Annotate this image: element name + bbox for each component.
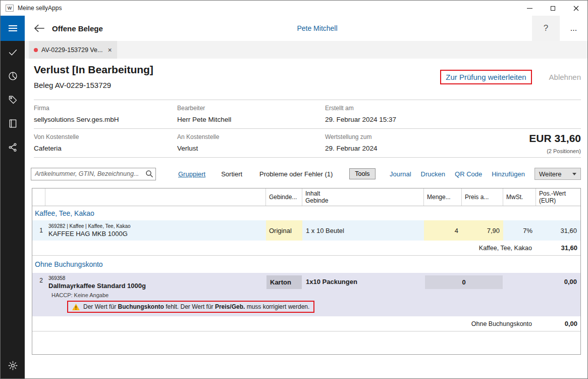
back-button[interactable] [32, 24, 47, 33]
maximize-icon [551, 6, 555, 11]
field-erstellt-am: Erstellt am 29. Februar 2024 15:37 [325, 105, 581, 123]
minimize-button[interactable] [518, 1, 541, 16]
document-number: Beleg AV-0229-153729 [34, 81, 111, 89]
pie-chart-icon [8, 71, 18, 81]
gear-icon [8, 360, 18, 371]
list-toolbar: Gruppiert Sortiert Probleme oder Fehler … [31, 167, 581, 181]
search-box [31, 168, 156, 180]
drucken-link[interactable]: Drucken [421, 170, 445, 178]
pos-wert-cell: 31,60 [536, 220, 580, 241]
article-description: 369282 | Kaffee | Kaffee, Tee, Kakao KAF… [45, 220, 266, 241]
document-fields: Firma sellysolutions Serv.ges.mbH Bearbe… [34, 100, 581, 158]
close-icon [573, 6, 579, 11]
header-preis[interactable]: Preis a... [462, 188, 503, 206]
tab-bar: AV-0229-153729 Ve... × [25, 41, 587, 59]
article-name: KAFFEE HAG MKB 1000G [48, 230, 128, 238]
header-gebinde[interactable]: Gebinde... [266, 188, 302, 206]
tab-label: AV-0229-153729 Ve... [41, 46, 102, 54]
header-pos-wert[interactable]: Pos.-Wert (EUR) [536, 188, 580, 206]
back-arrow-icon [34, 24, 45, 33]
document-title: Verlust [In Bearbeitung] [34, 64, 153, 76]
sidebar-item-checklist[interactable] [1, 40, 25, 64]
hamburger-icon [9, 25, 17, 26]
price-tag-icon [8, 94, 18, 105]
qr-code-link[interactable]: QR Code [455, 170, 482, 178]
menge-cell: 0 [424, 273, 503, 299]
weitere-dropdown-button[interactable]: Weitere [534, 168, 581, 180]
group-subtotal-ohne-buchungskonto: Ohne Buchungskonto 0,00 [32, 316, 580, 331]
position-count: (2 Positionen) [529, 148, 581, 154]
hinzufuegen-link[interactable]: Hinzufügen [492, 170, 525, 178]
toolbar-right-links: Journal Drucken QR Code Hinzufügen Weite… [390, 168, 581, 180]
header-mwst[interactable]: MwSt. [503, 188, 536, 206]
row-warning-message: Der Wert für Buchungskonto fehlt. Der We… [83, 303, 309, 310]
warning-annotation-box: Der Wert für Buchungskonto fehlt. Der We… [67, 301, 314, 313]
page-title: Offene Belege [52, 24, 103, 33]
header-empty-num [32, 188, 45, 206]
subtotal-value: 31,60 [536, 241, 580, 255]
journal-link[interactable]: Journal [390, 170, 411, 178]
mwst-cell: 7% [503, 220, 536, 241]
haccp-note: HACCP: Keine Angabe [51, 292, 109, 298]
app-logo-icon: W [6, 5, 14, 12]
field-an-kostenstelle: An Kostenstelle Verlust [177, 133, 325, 152]
subtotal-label: Kaffee, Tee, Kakao [32, 241, 536, 255]
article-description: 369358 Dallmayrkaffee Standard 1000g HAC… [45, 273, 266, 299]
tab-document[interactable]: AV-0229-153729 Ve... × [29, 41, 117, 59]
header-empty-desc [45, 188, 266, 206]
minimize-icon [527, 8, 532, 9]
group-subtotal-kaffee: Kaffee, Tee, Kakao 31,60 [32, 241, 580, 256]
field-row-1: Firma sellysolutions Serv.ges.mbH Bearbe… [34, 100, 581, 129]
table-row[interactable]: 1 369282 | Kaffee | Kaffee, Tee, Kakao K… [32, 220, 580, 241]
window-controls [518, 1, 587, 16]
positions-table: Gebinde... Inhalt Gebinde Menge... Preis… [32, 188, 581, 355]
gebinde-cell[interactable]: Original [266, 220, 302, 241]
inhalt-cell: 1 x 10 Beutel [302, 220, 424, 241]
group-header-ohne-buchungskonto[interactable]: Ohne Buchungskonto [32, 256, 580, 273]
row-number: 2 [32, 273, 45, 299]
header-menge[interactable]: Menge... [424, 188, 462, 206]
document-actions: Zur Prüfung weiterleiten Ablehnen [440, 70, 581, 84]
reject-button[interactable]: Ablehnen [549, 73, 581, 81]
window-title: Meine sellyApps [18, 5, 62, 12]
filter-gruppiert[interactable]: Gruppiert [178, 170, 205, 178]
menge-cell[interactable]: 4 [424, 220, 462, 241]
forward-for-review-button[interactable]: Zur Prüfung weiterleiten [441, 71, 530, 83]
header-inhalt-gebinde[interactable]: Inhalt Gebinde [302, 188, 424, 206]
user-name-link[interactable]: Pete Mitchell [297, 24, 337, 32]
article-meta: 369282 | Kaffee | Kaffee, Tee, Kakao [48, 223, 131, 229]
app-window: W Meine sellyApps [0, 0, 588, 379]
menge-input[interactable]: 0 [425, 275, 503, 289]
tools-button[interactable]: Tools [349, 168, 375, 179]
row-number: 1 [32, 220, 45, 241]
filter-sortiert[interactable]: Sortiert [221, 170, 242, 178]
share-icon [8, 142, 18, 153]
help-button[interactable]: ? [532, 16, 560, 41]
sidebar-item-journal[interactable] [1, 112, 25, 135]
close-button[interactable] [564, 1, 587, 16]
search-input[interactable] [31, 168, 156, 180]
gebinde-selector[interactable]: Karton [266, 275, 302, 289]
book-icon [8, 118, 18, 129]
sidebar-item-settings[interactable] [1, 355, 25, 375]
table-row-selected[interactable]: 2 369358 Dallmayrkaffee Standard 1000g H… [32, 273, 580, 316]
window-titlebar: W Meine sellyApps [1, 1, 587, 16]
annotation-highlight-forward: Zur Prüfung weiterleiten [440, 70, 531, 84]
group-header-kaffee[interactable]: Kaffee, Tee, Kakao [32, 206, 580, 220]
article-meta: 369358 [48, 275, 65, 281]
tab-close-icon[interactable]: × [108, 46, 112, 54]
filter-probleme-oder-fehler[interactable]: Probleme oder Fehler (1) [259, 170, 333, 178]
sidebar-item-price-tag[interactable] [1, 88, 25, 112]
field-firma: Firma sellysolutions Serv.ges.mbH [34, 105, 177, 123]
gebinde-cell: Karton [266, 273, 302, 299]
sidebar-item-share[interactable] [1, 135, 25, 159]
preis-cell[interactable]: 7,90 [462, 220, 503, 241]
sidebar-item-statistics[interactable] [1, 64, 25, 88]
maximize-button[interactable] [541, 1, 564, 16]
search-icon[interactable] [145, 170, 153, 178]
pos-wert-cell: 0,00 [536, 273, 580, 299]
total-amount: EUR 31,60 [529, 132, 581, 145]
more-options-button[interactable]: ... [560, 16, 587, 41]
warning-icon [72, 304, 80, 310]
hamburger-menu-button[interactable] [1, 16, 25, 41]
